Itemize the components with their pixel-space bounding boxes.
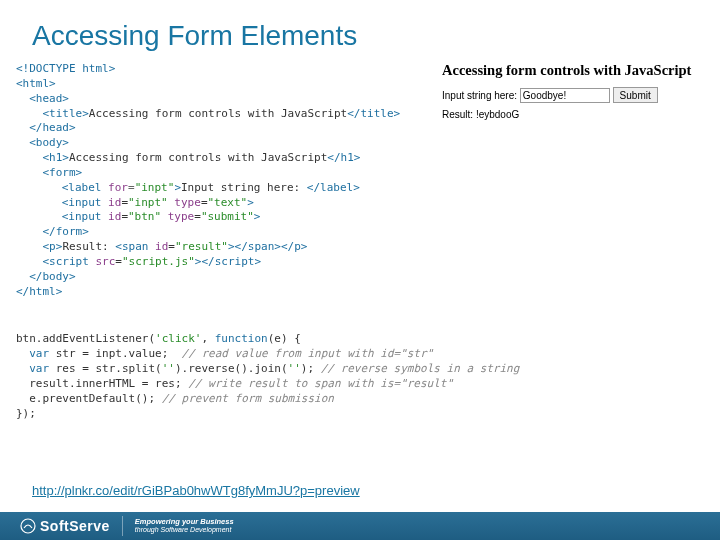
- code-text: res = str.split(: [49, 362, 162, 375]
- js-code-block: btn.addEventListener('click', function(e…: [16, 318, 704, 422]
- code-line: </form>: [43, 225, 89, 238]
- code-text: result.innerHTML = res;: [29, 377, 188, 390]
- code-line: <!DOCTYPE html>: [16, 62, 115, 75]
- code-str: '': [162, 362, 175, 375]
- code-tag: >: [247, 196, 254, 209]
- code-comment: // reverse symbols in a string: [321, 362, 520, 375]
- code-text: ).reverse().join(: [175, 362, 288, 375]
- code-attr: type: [168, 196, 201, 209]
- footer-bar: SoftServe Empowering your Business throu…: [0, 512, 720, 540]
- code-tag: <h1>: [43, 151, 70, 164]
- preview-submit-button[interactable]: [613, 87, 658, 103]
- code-text: });: [16, 407, 36, 420]
- code-line: <form>: [43, 166, 83, 179]
- code-kw: var: [29, 347, 49, 360]
- code-tag: script: [215, 255, 255, 268]
- code-str: 'click': [155, 332, 201, 345]
- code-tag: <input: [62, 210, 102, 223]
- code-tag: <title>: [43, 107, 89, 120]
- code-tag: </h1>: [327, 151, 360, 164]
- preview-label: Input string here:: [442, 90, 517, 101]
- code-text: ,: [201, 332, 214, 345]
- code-attr: id: [102, 210, 122, 223]
- code-text: Input string here:: [181, 181, 307, 194]
- code-tag: </title>: [347, 107, 400, 120]
- code-str: '': [288, 362, 301, 375]
- code-text: (e) {: [268, 332, 301, 345]
- code-line: <body>: [29, 136, 69, 149]
- html-code-block: <!DOCTYPE html> <html> <head> <title>Acc…: [16, 62, 400, 300]
- code-punct: =: [128, 181, 135, 194]
- code-text: Accessing form controls with JavaScript: [89, 107, 347, 120]
- code-val: "btn": [128, 210, 161, 223]
- preview-heading: Accessing form controls with JavaScript: [442, 62, 712, 79]
- code-comment: // prevent form submission: [162, 392, 334, 405]
- preview-result-label: Result:: [442, 109, 476, 120]
- code-text: str = inpt.value;: [49, 347, 181, 360]
- code-comment: // write result to span with is="result": [188, 377, 453, 390]
- code-attr: type: [161, 210, 194, 223]
- code-val: "inpt": [135, 181, 175, 194]
- code-tag: <script: [43, 255, 89, 268]
- preview-result-line: Result: !eybdooG: [442, 109, 712, 120]
- code-tag: ></: [195, 255, 215, 268]
- code-tag: >: [254, 210, 261, 223]
- code-text: btn.addEventListener(: [16, 332, 155, 345]
- code-attr: id: [148, 240, 168, 253]
- code-attr: id: [102, 196, 122, 209]
- code-text: Result:: [62, 240, 115, 253]
- footer-divider: [122, 516, 123, 536]
- code-line: </head>: [29, 121, 75, 134]
- preview-result-value: !eybdooG: [476, 109, 519, 120]
- preview-text-input[interactable]: [520, 88, 610, 103]
- code-line: <head>: [29, 92, 69, 105]
- code-tag: <p>: [43, 240, 63, 253]
- code-attr: src: [89, 255, 116, 268]
- code-line: <html>: [16, 77, 56, 90]
- code-val: "inpt": [128, 196, 168, 209]
- code-text: );: [301, 362, 321, 375]
- code-text: e.preventDefault();: [29, 392, 161, 405]
- softserve-logo-icon: [20, 518, 36, 534]
- slide-title: Accessing Form Elements: [0, 0, 720, 62]
- code-tag: ></span></p>: [228, 240, 307, 253]
- code-val: "script.js": [122, 255, 195, 268]
- code-kw: var: [29, 362, 49, 375]
- code-text: Accessing form controls with JavaScript: [69, 151, 327, 164]
- preview-panel: Accessing form controls with JavaScript …: [442, 62, 712, 120]
- code-tag: >: [254, 255, 261, 268]
- code-val: "result": [175, 240, 228, 253]
- code-attr: for: [102, 181, 129, 194]
- reference-link-row: http://plnkr.co/edit/rGiBPab0hwWTg8fyMmJ…: [32, 483, 360, 498]
- plnkr-link[interactable]: http://plnkr.co/edit/rGiBPab0hwWTg8fyMmJ…: [32, 483, 360, 498]
- code-tag: </label>: [307, 181, 360, 194]
- code-val: "text": [208, 196, 248, 209]
- code-tag: <input: [62, 196, 102, 209]
- footer-tagline-1: Empowering your Business: [135, 518, 234, 526]
- footer-tagline-2: through Software Development: [135, 526, 234, 534]
- code-kw: function: [215, 332, 268, 345]
- code-tag: >: [174, 181, 181, 194]
- svg-point-0: [21, 519, 35, 533]
- footer-brand-text: SoftServe: [40, 518, 110, 534]
- code-line: </html>: [16, 285, 62, 298]
- footer-logo: SoftServe: [0, 518, 110, 534]
- footer-tagline: Empowering your Business through Softwar…: [135, 518, 234, 534]
- code-val: "submit": [201, 210, 254, 223]
- code-tag: <label: [62, 181, 102, 194]
- code-line: </body>: [29, 270, 75, 283]
- code-tag: <span: [115, 240, 148, 253]
- code-comment: // read value from input with id="str": [182, 347, 434, 360]
